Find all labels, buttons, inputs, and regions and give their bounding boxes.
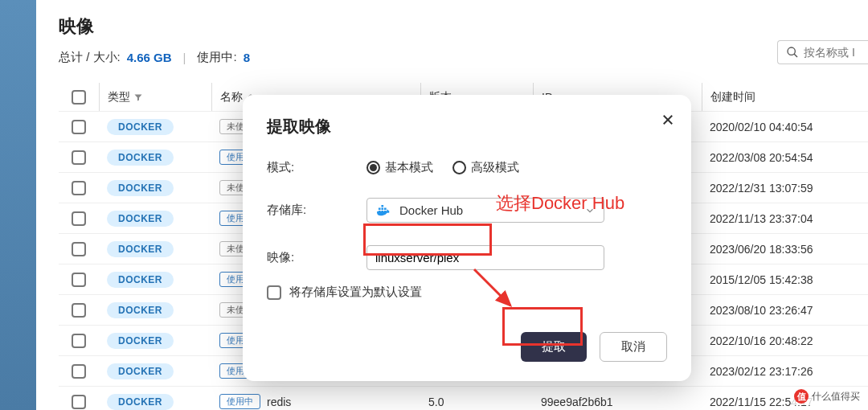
row-checkbox[interactable] [72,150,86,165]
summary-row: 总计 / 大小: 4.66 GB | 使用中: 8 [59,50,868,65]
search-icon [786,46,799,59]
search-input[interactable] [804,46,860,59]
row-type-cell: DOCKER [99,241,211,257]
repo-row: 存储库: Docker Hub [267,198,667,223]
row-id-cell: 99ee9af2b6b1 [533,396,702,408]
close-icon [661,113,675,127]
docker-badge: DOCKER [107,241,174,257]
row-checkbox[interactable] [72,395,86,409]
radio-basic-label: 基本模式 [385,160,433,175]
radio-icon [366,161,380,174]
row-checkbox[interactable] [72,181,86,195]
row-checkbox-cell[interactable] [59,303,99,318]
row-created-cell: 2022/03/08 20:54:54 [702,151,846,164]
summary-separator: | [183,51,186,64]
modal-actions: 提取 取消 [267,332,667,362]
row-checkbox[interactable] [72,273,86,287]
docker-badge: DOCKER [107,150,174,166]
row-checkbox-cell[interactable] [59,181,99,195]
header-name-label: 名称 [220,90,243,105]
row-created-cell: 2023/02/12 23:17:26 [702,365,846,378]
row-type-cell: DOCKER [99,119,211,135]
page-title: 映像 [59,14,868,39]
radio-advanced[interactable]: 高级模式 [452,160,519,175]
mode-radio-group: 基本模式 高级模式 [366,160,519,175]
row-checkbox-cell[interactable] [59,242,99,256]
repo-select[interactable]: Docker Hub [366,198,604,223]
cancel-button[interactable]: 取消 [600,332,667,362]
search-box[interactable] [777,40,868,64]
using-label: 使用中: [197,50,236,65]
default-checkbox-label: 将存储库设置为默认设置 [289,285,422,300]
row-type-cell: DOCKER [99,150,211,166]
row-name: redis [267,396,291,408]
radio-advanced-label: 高级模式 [471,160,519,175]
header-created-label: 创建时间 [710,90,755,105]
watermark-icon: 值 [794,389,809,404]
row-created-cell: 2023/08/10 23:26:47 [702,304,846,317]
row-type-cell: DOCKER [99,363,211,379]
summary-size: 4.66 GB [127,51,172,64]
image-row: 映像: [267,245,667,270]
row-checkbox-cell[interactable] [59,120,99,134]
row-checkbox[interactable] [72,334,86,348]
default-checkbox[interactable] [267,285,281,300]
row-type-cell: DOCKER [99,272,211,288]
chevron-down-icon [584,205,596,216]
image-input[interactable] [366,245,604,270]
modal-close-button[interactable] [661,113,675,130]
watermark: 值 什么值得买 [791,387,863,405]
mode-row: 模式: 基本模式 高级模式 [267,160,667,175]
row-created-cell: 2020/02/10 04:40:54 [702,121,846,133]
docker-icon [375,204,393,217]
repo-value: Docker Hub [399,203,463,217]
row-checkbox-cell[interactable] [59,364,99,379]
watermark-text: 什么值得买 [812,390,860,404]
row-created-cell: 2023/06/20 18:33:56 [702,243,846,256]
docker-badge: DOCKER [107,333,174,349]
row-checkbox-cell[interactable] [59,334,99,348]
row-checkbox-cell[interactable] [59,150,99,165]
row-name-cell: 使用中redis [211,394,420,409]
header-type[interactable]: 类型 [99,83,211,111]
row-created-cell: 2022/11/13 23:37:04 [702,212,846,225]
row-type-cell: DOCKER [99,180,211,196]
submit-button[interactable]: 提取 [521,332,587,362]
radio-icon [452,161,466,174]
mode-label: 模式: [267,160,366,175]
row-created-cell: 2022/12/31 13:07:59 [702,182,846,195]
row-checkbox[interactable] [72,364,86,379]
row-checkbox[interactable] [72,303,86,318]
select-all-checkbox[interactable] [72,90,86,105]
docker-badge: DOCKER [107,119,174,135]
image-label: 映像: [267,250,366,265]
row-checkbox-cell[interactable] [59,395,99,409]
row-checkbox-cell[interactable] [59,211,99,226]
docker-badge: DOCKER [107,211,174,227]
header-checkbox[interactable] [59,83,99,111]
header-created[interactable]: 创建时间 [702,83,846,111]
svg-line-1 [794,54,797,57]
row-type-cell: DOCKER [99,211,211,227]
header-type-label: 类型 [108,90,130,105]
docker-badge: DOCKER [107,272,174,288]
using-count: 8 [244,51,250,64]
row-type-cell: DOCKER [99,333,211,349]
pull-image-modal: 提取映像 模式: 基本模式 高级模式 存储库: Docker Hub 映像: [243,95,691,381]
row-checkbox-cell[interactable] [59,273,99,287]
sidebar-strip [0,0,36,410]
row-checkbox[interactable] [72,242,86,256]
row-created-cell: 2022/10/16 20:48:22 [702,334,846,347]
svg-point-0 [788,47,795,55]
row-checkbox[interactable] [72,211,86,226]
radio-basic[interactable]: 基本模式 [366,160,433,175]
default-row[interactable]: 将存储库设置为默认设置 [267,285,667,300]
filter-icon [133,92,143,102]
modal-title: 提取映像 [267,116,667,137]
row-created-cell: 2015/12/05 15:42:38 [702,273,846,286]
row-type-cell: DOCKER [99,394,211,410]
summary-label: 总计 / 大小: [59,50,121,65]
table-row[interactable]: DOCKER使用中redis5.099ee9af2b6b12022/11/15 … [59,387,868,410]
row-checkbox[interactable] [72,120,86,134]
docker-badge: DOCKER [107,180,174,196]
